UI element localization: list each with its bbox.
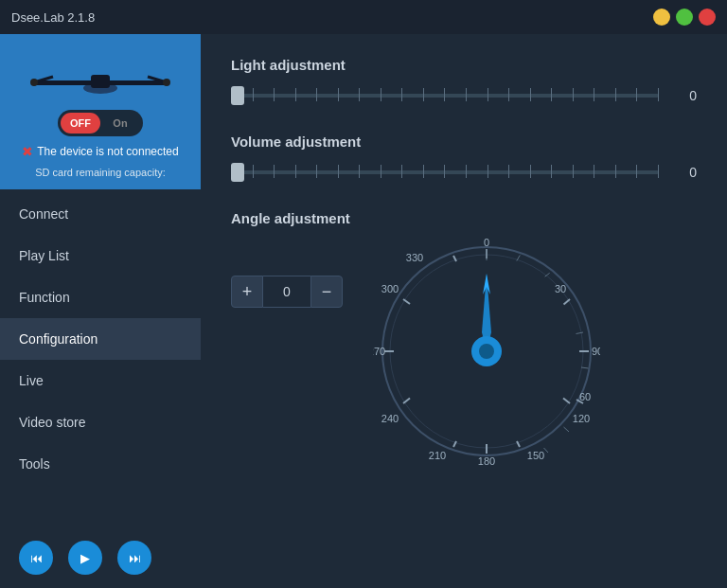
angle-plus-button[interactable]: + [231,276,263,308]
svg-line-17 [564,427,570,432]
svg-text:330: 330 [406,252,423,263]
angle-counter: + 0 − [231,276,343,308]
volume-slider-thumb[interactable] [231,163,244,182]
volume-slider-wrapper [231,161,659,184]
svg-text:60: 60 [579,391,591,402]
toggle-off-label: OFF [61,113,100,134]
svg-rect-2 [34,80,167,85]
window-controls [653,9,716,26]
svg-text:90: 90 [592,346,600,357]
light-slider-row: 0 [231,84,697,107]
svg-text:300: 300 [381,283,399,294]
app-title: Dsee.Lab 2.1.8 [11,10,95,25]
angle-controls: + 0 − [231,276,343,308]
close-button[interactable] [699,9,716,26]
angle-label: Angle adjustment [231,210,697,226]
minimize-button[interactable] [653,9,670,26]
toggle-on-label: On [100,113,140,134]
svg-point-6 [163,79,170,86]
next-button[interactable]: ⏭ [117,541,151,575]
light-value: 0 [674,88,697,103]
light-slider-ticks [231,88,659,101]
svg-text:210: 210 [429,450,446,461]
sidebar-item-live[interactable]: Live [0,360,201,401]
angle-dial: 0 30 60 90 120 150 180 210 240 270 300 3… [373,238,600,465]
maximize-button[interactable] [676,9,693,26]
svg-point-43 [479,344,494,359]
svg-text:240: 240 [381,413,399,424]
light-adjustment-section: Light adjustment [231,57,697,107]
svg-text:0: 0 [484,238,489,248]
sd-label: SD card remaining capacity: [35,167,166,178]
volume-slider-track [231,170,659,174]
sidebar-item-videostore[interactable]: Video store [0,401,201,443]
svg-line-15 [581,367,589,368]
light-slider-wrapper [231,84,659,107]
play-button[interactable]: ▶ [68,541,102,575]
volume-slider-row: 0 [231,161,697,184]
device-status: ✖ The device is not connected [22,144,178,159]
sidebar: OFF On ✖ The device is not connected SD … [0,34,201,588]
sidebar-item-playlist[interactable]: Play List [0,235,201,276]
light-label: Light adjustment [231,57,697,73]
angle-adjustment-section: Angle adjustment + 0 − [231,210,697,465]
sidebar-item-tools[interactable]: Tools [0,443,201,485]
power-toggle[interactable]: OFF On [58,110,143,136]
player-controls: ⏮ ▶ ⏭ [0,527,201,588]
device-panel: OFF On ✖ The device is not connected SD … [0,34,201,189]
svg-text:120: 120 [573,413,590,424]
sidebar-item-configuration[interactable]: Configuration [0,318,201,360]
sidebar-item-function[interactable]: Function [0,276,201,318]
volume-value: 0 [674,165,697,180]
device-icon [25,48,176,100]
content-area: Light adjustment [201,34,727,588]
light-slider-thumb[interactable] [231,86,244,105]
svg-text:150: 150 [527,450,544,461]
nav-items: Connect Play List Function Configuration… [0,189,201,527]
svg-text:180: 180 [478,455,495,465]
svg-text:270: 270 [373,346,385,357]
volume-slider-ticks [231,165,659,178]
svg-text:30: 30 [555,283,566,294]
dial-container: 0 30 60 90 120 150 180 210 240 270 300 3… [373,238,600,465]
angle-section: + 0 − [231,238,697,465]
volume-label: Volume adjustment [231,134,697,150]
sidebar-item-connect[interactable]: Connect [0,193,201,235]
prev-button[interactable]: ⏮ [19,541,53,575]
main-layout: OFF On ✖ The device is not connected SD … [0,34,727,588]
svg-point-5 [30,79,38,86]
status-error-icon: ✖ [22,144,33,159]
title-bar: Dsee.Lab 2.1.8 [0,0,727,34]
device-image [25,45,176,102]
light-slider-track [231,94,659,98]
angle-display: 0 [263,276,310,308]
angle-minus-button[interactable]: − [310,276,343,308]
status-text: The device is not connected [37,145,178,158]
volume-adjustment-section: Volume adjustment [231,134,697,184]
